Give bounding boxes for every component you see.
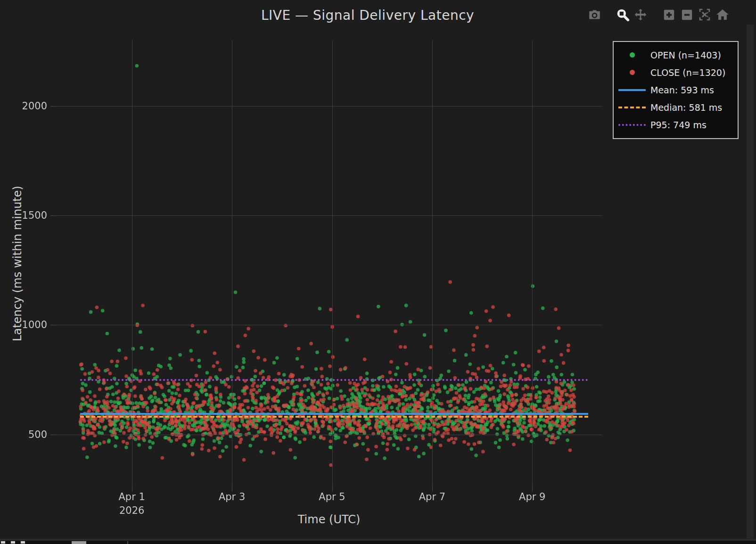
gridline-y bbox=[56, 435, 602, 435]
series-dot-icon bbox=[630, 52, 635, 58]
legend-label: Mean: 593 ms bbox=[650, 85, 714, 95]
gridline-y bbox=[56, 106, 602, 107]
y-axis-title: Latency (ms within minute) bbox=[11, 132, 24, 396]
legend-line-sample bbox=[614, 124, 650, 126]
scatter-plot-canvas[interactable] bbox=[56, 40, 602, 486]
gridline-x bbox=[332, 40, 333, 486]
p95-line bbox=[80, 379, 588, 381]
series-line-icon bbox=[618, 107, 646, 108]
autoscale-icon[interactable] bbox=[696, 6, 714, 24]
legend-marker-dot bbox=[614, 52, 650, 58]
window-scrollbar-track[interactable] bbox=[747, 25, 754, 538]
home-icon[interactable] bbox=[714, 6, 731, 24]
gridline-x bbox=[532, 40, 533, 486]
x-tick-label: Apr 3 bbox=[204, 490, 260, 504]
legend: OPEN (n=1403)CLOSE (n=1320)Mean: 593 msM… bbox=[613, 41, 739, 139]
legend-item[interactable]: P95: 749 ms bbox=[614, 116, 738, 133]
plotly-modebar bbox=[585, 6, 731, 24]
legend-label: Median: 581 ms bbox=[650, 102, 722, 113]
x-tick-label: Apr 9 bbox=[504, 490, 560, 504]
y-tick-label: 1500 bbox=[0, 210, 55, 221]
pan-icon[interactable] bbox=[632, 6, 649, 24]
plot-area bbox=[56, 40, 602, 486]
y-tick-label: 500 bbox=[0, 429, 55, 440]
series-dot-icon bbox=[630, 70, 635, 75]
legend-label: OPEN (n=1403) bbox=[650, 50, 721, 60]
legend-line-sample bbox=[614, 107, 650, 108]
legend-item[interactable]: CLOSE (n=1320) bbox=[614, 64, 738, 81]
x-tick-label: Apr 5 bbox=[304, 490, 361, 504]
camera-icon[interactable] bbox=[585, 6, 603, 24]
zoom-icon[interactable] bbox=[614, 6, 632, 24]
gridline-y bbox=[56, 325, 602, 325]
zoom-in-icon[interactable] bbox=[660, 6, 678, 24]
legend-line-sample bbox=[614, 89, 650, 91]
series-line-icon bbox=[618, 124, 646, 126]
gridline-y bbox=[56, 215, 602, 216]
taskbar-scroll-thumb[interactable] bbox=[72, 541, 86, 544]
taskbar-top-edge bbox=[0, 539, 756, 541]
gridline-x bbox=[432, 40, 433, 486]
gridline-x bbox=[132, 40, 132, 486]
y-tick-label: 2000 bbox=[0, 100, 55, 112]
zoom-out-icon[interactable] bbox=[678, 6, 696, 24]
taskbar-edge bbox=[0, 539, 756, 544]
gridline-x bbox=[232, 40, 232, 486]
legend-label: P95: 749 ms bbox=[650, 120, 707, 130]
legend-marker-dot bbox=[614, 70, 650, 75]
app-screen: LIVE — Signal Delivery Latency bbox=[0, 0, 756, 544]
x-axis-title: Time (UTC) bbox=[197, 513, 461, 526]
legend-item[interactable]: Median: 581 ms bbox=[614, 99, 738, 116]
legend-item[interactable]: OPEN (n=1403) bbox=[614, 46, 738, 64]
x-tick-label: Apr 7 bbox=[404, 490, 460, 504]
taskbar-left-glyphs[interactable] bbox=[1, 541, 29, 544]
x-tick-label: Apr 12026 bbox=[104, 490, 160, 518]
series-line-icon bbox=[618, 89, 646, 91]
mean-line bbox=[80, 413, 588, 415]
taskbar-divider bbox=[127, 541, 128, 544]
legend-item[interactable]: Mean: 593 ms bbox=[614, 81, 738, 99]
y-tick-label: 1000 bbox=[0, 319, 55, 330]
median-line bbox=[80, 416, 588, 418]
legend-label: CLOSE (n=1320) bbox=[650, 67, 725, 78]
